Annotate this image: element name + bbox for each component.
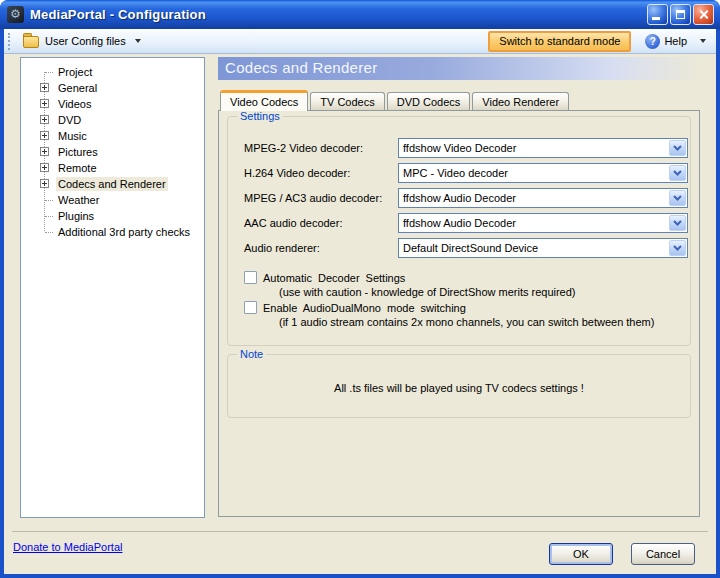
tab-video-renderer[interactable]: Video Renderer [472, 92, 569, 110]
expand-plus-icon[interactable] [40, 147, 49, 156]
combobox-dropdown-button[interactable] [669, 140, 686, 156]
combobox-dropdown-button[interactable] [669, 165, 686, 181]
tree-item-label: Codecs and Renderer [56, 177, 168, 191]
combobox-value: ffdshow Audio Decoder [399, 217, 668, 229]
settings-row: MPEG-2 Video decoder: ffdshow Video Deco… [244, 138, 690, 158]
titlebar: ⚙ MediaPortal - Configuration [0, 0, 720, 29]
settings-row: MPEG / AC3 audio decoder: ffdshow Audio … [244, 188, 690, 208]
combobox-dropdown-button[interactable] [669, 240, 686, 256]
content-area: Project General Videos DVD Music [4, 54, 716, 574]
tree-connector [37, 144, 53, 160]
page-title: Codecs and Renderer [218, 57, 700, 80]
minimize-icon [652, 17, 660, 20]
tab-label: Video Codecs [230, 96, 298, 108]
expand-plus-icon[interactable] [40, 179, 49, 188]
tree-item-label: Weather [56, 193, 101, 207]
cancel-button[interactable]: Cancel [631, 543, 695, 565]
automatic-decoder-settings-row: Automatic Decoder Settings [244, 270, 690, 285]
mpeg-ac3-audio-decoder-combobox[interactable]: ffdshow Audio Decoder [398, 188, 688, 208]
tab-tv-codecs[interactable]: TV Codecs [310, 92, 384, 110]
settings-row: Audio renderer: Default DirectSound Devi… [244, 238, 690, 258]
note-groupbox-title: Note [237, 348, 266, 360]
tab-label: Video Renderer [482, 96, 559, 108]
tree-item-videos[interactable]: Videos [21, 96, 204, 112]
mpeg2-video-decoder-combobox[interactable]: ffdshow Video Decoder [398, 138, 688, 158]
audio-renderer-combobox[interactable]: Default DirectSound Device [398, 238, 688, 258]
video-codecs-tab-page: Settings MPEG-2 Video decoder: ffdshow V… [218, 110, 700, 517]
footer-separator [12, 531, 708, 532]
automatic-decoder-settings-checkbox[interactable] [244, 271, 257, 284]
checkbox-label[interactable]: Automatic Decoder Settings [263, 272, 405, 284]
tree-item-label: Plugins [56, 209, 96, 223]
combobox-dropdown-button[interactable] [669, 215, 686, 231]
settings-tree-panel: Project General Videos DVD Music [20, 57, 205, 518]
expand-plus-icon[interactable] [40, 131, 49, 140]
field-label: MPEG-2 Video decoder: [244, 142, 398, 154]
tree-connector [37, 208, 53, 224]
chevron-down-icon [135, 39, 141, 43]
checkbox-label[interactable]: Enable AudioDualMono mode switching [263, 302, 466, 314]
expand-plus-icon[interactable] [40, 115, 49, 124]
tree-item-music[interactable]: Music [21, 128, 204, 144]
switch-to-standard-mode-button[interactable]: Switch to standard mode [488, 31, 631, 52]
donate-link[interactable]: Donate to MediaPortal [13, 541, 122, 553]
tree-connector [37, 64, 53, 80]
tree-item-label: Additional 3rd party checks [56, 225, 192, 239]
expand-plus-icon[interactable] [40, 163, 49, 172]
tree-item-dvd[interactable]: DVD [21, 112, 204, 128]
chevron-down-icon[interactable] [700, 39, 706, 43]
tab-dvd-codecs[interactable]: DVD Codecs [387, 92, 471, 110]
checkbox-note: (use with caution - knowledge of DirectS… [279, 285, 690, 300]
tree-item-label: Project [56, 65, 94, 79]
tab-video-codecs[interactable]: Video Codecs [220, 90, 308, 111]
tree-connector [37, 176, 53, 192]
field-label: H.264 Video decoder: [244, 167, 398, 179]
combobox-dropdown-button[interactable] [669, 190, 686, 206]
window-controls [647, 4, 720, 25]
tree-connector [37, 128, 53, 144]
enable-audiodualmono-checkbox[interactable] [244, 301, 257, 314]
tree-connector [37, 80, 53, 96]
maximize-button[interactable] [670, 4, 691, 25]
settings-row: AAC audio decoder: ffdshow Audio Decoder [244, 213, 690, 233]
field-label: AAC audio decoder: [244, 217, 398, 229]
toolbar-right: Switch to standard mode ? Help [488, 31, 716, 52]
tree-item-pictures[interactable]: Pictures [21, 144, 204, 160]
minimize-button[interactable] [647, 4, 668, 25]
chevron-down-icon [673, 145, 682, 151]
settings-row: H.264 Video decoder: MPC - Video decoder [244, 163, 690, 183]
tab-strip: Video Codecs TV Codecs DVD Codecs Video … [218, 89, 700, 110]
tree-connector [37, 192, 53, 208]
tree-item-general[interactable]: General [21, 80, 204, 96]
close-button[interactable] [693, 4, 714, 25]
aac-audio-decoder-combobox[interactable]: ffdshow Audio Decoder [398, 213, 688, 233]
tree-item-label: Music [56, 129, 89, 143]
tree-item-remote[interactable]: Remote [21, 160, 204, 176]
note-text: All .ts files will be played using TV co… [228, 355, 690, 394]
tree-item-additional-3rd-party-checks[interactable]: Additional 3rd party checks [21, 224, 204, 240]
user-config-files-label: User Config files [45, 35, 126, 47]
chevron-down-icon [673, 170, 682, 176]
tree-item-label: DVD [56, 113, 83, 127]
tree-item-codecs-and-renderer[interactable]: Codecs and Renderer [21, 176, 204, 192]
expand-plus-icon[interactable] [40, 83, 49, 92]
user-config-files-button[interactable]: User Config files [12, 31, 147, 52]
tree-connector [37, 112, 53, 128]
ok-button[interactable]: OK [549, 543, 613, 565]
tab-label: DVD Codecs [397, 96, 461, 108]
combobox-value: ffdshow Video Decoder [399, 142, 668, 154]
tab-label: TV Codecs [320, 96, 374, 108]
settings-checkboxes: Automatic Decoder Settings (use with cau… [228, 270, 690, 330]
tree-item-project[interactable]: Project [21, 64, 204, 80]
tree-item-weather[interactable]: Weather [21, 192, 204, 208]
help-button[interactable]: ? Help [639, 31, 712, 52]
main-panel: Codecs and Renderer Video Codecs TV Code… [218, 57, 700, 517]
expand-plus-icon[interactable] [40, 99, 49, 108]
chevron-down-icon [673, 195, 682, 201]
h264-video-decoder-combobox[interactable]: MPC - Video decoder [398, 163, 688, 183]
tree-connector [37, 96, 53, 112]
folder-icon [23, 36, 39, 48]
checkbox-note: (if 1 audio stream contains 2x mono chan… [279, 315, 690, 330]
tree-item-label: Videos [56, 97, 93, 111]
tree-item-plugins[interactable]: Plugins [21, 208, 204, 224]
